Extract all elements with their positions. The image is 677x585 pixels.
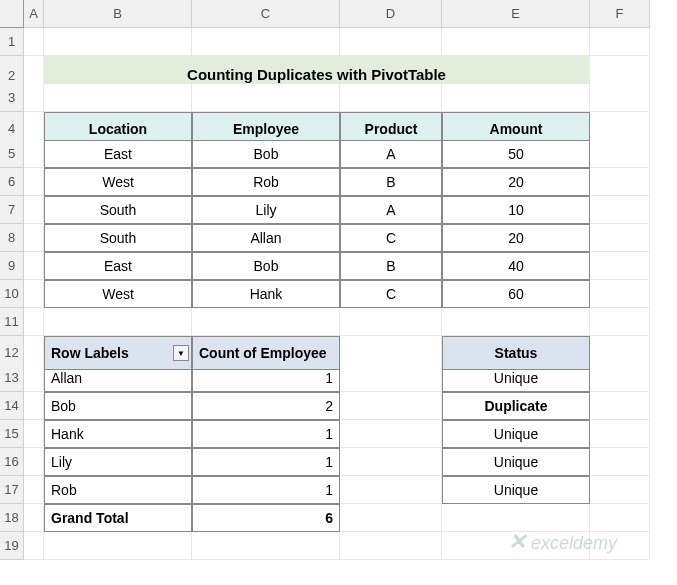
- cell[interactable]: [590, 504, 650, 532]
- cell[interactable]: [590, 420, 650, 448]
- row-header-9[interactable]: 9: [0, 252, 24, 280]
- pivot-row-labels-header[interactable]: Row Labels ▼: [44, 336, 192, 370]
- col-header-A[interactable]: A: [24, 0, 44, 28]
- table-row[interactable]: Hank: [192, 280, 340, 308]
- row-header-8[interactable]: 8: [0, 224, 24, 252]
- row-header-19[interactable]: 19: [0, 532, 24, 560]
- cell[interactable]: [442, 504, 590, 532]
- table-row[interactable]: 20: [442, 168, 590, 196]
- row-header-16[interactable]: 16: [0, 448, 24, 476]
- cell[interactable]: [590, 448, 650, 476]
- cell[interactable]: [590, 280, 650, 308]
- cell[interactable]: [44, 532, 192, 560]
- cell[interactable]: [340, 308, 442, 336]
- table-row[interactable]: C: [340, 224, 442, 252]
- table-row[interactable]: West: [44, 280, 192, 308]
- row-header-5[interactable]: 5: [0, 140, 24, 168]
- table-row[interactable]: 40: [442, 252, 590, 280]
- cell[interactable]: [340, 84, 442, 112]
- cell[interactable]: [24, 168, 44, 196]
- cell[interactable]: [590, 392, 650, 420]
- cell[interactable]: [24, 448, 44, 476]
- cell[interactable]: [590, 28, 650, 56]
- table-row[interactable]: 10: [442, 196, 590, 224]
- table-row[interactable]: East: [44, 140, 192, 168]
- cell[interactable]: [442, 532, 590, 560]
- row-header-3[interactable]: 3: [0, 84, 24, 112]
- cell[interactable]: [24, 308, 44, 336]
- cell[interactable]: [44, 28, 192, 56]
- pivot-row-status[interactable]: Unique: [442, 420, 590, 448]
- cell[interactable]: [24, 252, 44, 280]
- table-row[interactable]: Lily: [192, 196, 340, 224]
- cell[interactable]: [192, 532, 340, 560]
- table-row[interactable]: East: [44, 252, 192, 280]
- pivot-row-name[interactable]: Hank: [44, 420, 192, 448]
- row-header-6[interactable]: 6: [0, 168, 24, 196]
- cell[interactable]: [340, 532, 442, 560]
- cell[interactable]: [442, 28, 590, 56]
- cell[interactable]: [24, 140, 44, 168]
- cell[interactable]: [340, 364, 442, 392]
- cell[interactable]: [590, 224, 650, 252]
- pivot-status-header[interactable]: Status: [442, 336, 590, 370]
- table-row[interactable]: B: [340, 168, 442, 196]
- pivot-row-count[interactable]: 1: [192, 448, 340, 476]
- row-header-14[interactable]: 14: [0, 392, 24, 420]
- table-row[interactable]: West: [44, 168, 192, 196]
- pivot-row-count[interactable]: 2: [192, 392, 340, 420]
- cell[interactable]: [442, 84, 590, 112]
- col-header-C[interactable]: C: [192, 0, 340, 28]
- cell[interactable]: [24, 224, 44, 252]
- cell[interactable]: [192, 308, 340, 336]
- col-header-E[interactable]: E: [442, 0, 590, 28]
- cell[interactable]: [24, 280, 44, 308]
- table-row[interactable]: A: [340, 196, 442, 224]
- cell[interactable]: [442, 308, 590, 336]
- table-row[interactable]: A: [340, 140, 442, 168]
- table-row[interactable]: South: [44, 224, 192, 252]
- cell[interactable]: [590, 168, 650, 196]
- cell[interactable]: [24, 364, 44, 392]
- row-header-13[interactable]: 13: [0, 364, 24, 392]
- pivot-grand-total-value[interactable]: 6: [192, 504, 340, 532]
- cell[interactable]: [590, 308, 650, 336]
- cell[interactable]: [24, 392, 44, 420]
- row-header-17[interactable]: 17: [0, 476, 24, 504]
- table-row[interactable]: 60: [442, 280, 590, 308]
- row-header-10[interactable]: 10: [0, 280, 24, 308]
- cell[interactable]: [24, 476, 44, 504]
- pivot-row-status[interactable]: Duplicate: [442, 392, 590, 420]
- row-header-15[interactable]: 15: [0, 420, 24, 448]
- cell[interactable]: [590, 532, 650, 560]
- table-row[interactable]: Rob: [192, 168, 340, 196]
- table-row[interactable]: South: [44, 196, 192, 224]
- col-header-D[interactable]: D: [340, 0, 442, 28]
- pivot-row-name[interactable]: Bob: [44, 392, 192, 420]
- table-row[interactable]: Allan: [192, 224, 340, 252]
- cell[interactable]: [340, 504, 442, 532]
- cell[interactable]: [44, 84, 192, 112]
- row-header-18[interactable]: 18: [0, 504, 24, 532]
- cell[interactable]: [590, 140, 650, 168]
- cell[interactable]: [590, 84, 650, 112]
- cell[interactable]: [24, 420, 44, 448]
- cell[interactable]: [24, 532, 44, 560]
- cell[interactable]: [192, 84, 340, 112]
- table-row[interactable]: C: [340, 280, 442, 308]
- cell[interactable]: [590, 252, 650, 280]
- cell[interactable]: [340, 392, 442, 420]
- table-row[interactable]: 20: [442, 224, 590, 252]
- table-row[interactable]: 50: [442, 140, 590, 168]
- cell[interactable]: [24, 84, 44, 112]
- cell[interactable]: [24, 196, 44, 224]
- pivot-grand-total-label[interactable]: Grand Total: [44, 504, 192, 532]
- table-row[interactable]: Bob: [192, 252, 340, 280]
- table-row[interactable]: B: [340, 252, 442, 280]
- row-header-1[interactable]: 1: [0, 28, 24, 56]
- col-header-B[interactable]: B: [44, 0, 192, 28]
- cell[interactable]: [340, 448, 442, 476]
- pivot-count-header[interactable]: Count of Employee: [192, 336, 340, 370]
- pivot-row-status[interactable]: Unique: [442, 448, 590, 476]
- pivot-row-status[interactable]: Unique: [442, 476, 590, 504]
